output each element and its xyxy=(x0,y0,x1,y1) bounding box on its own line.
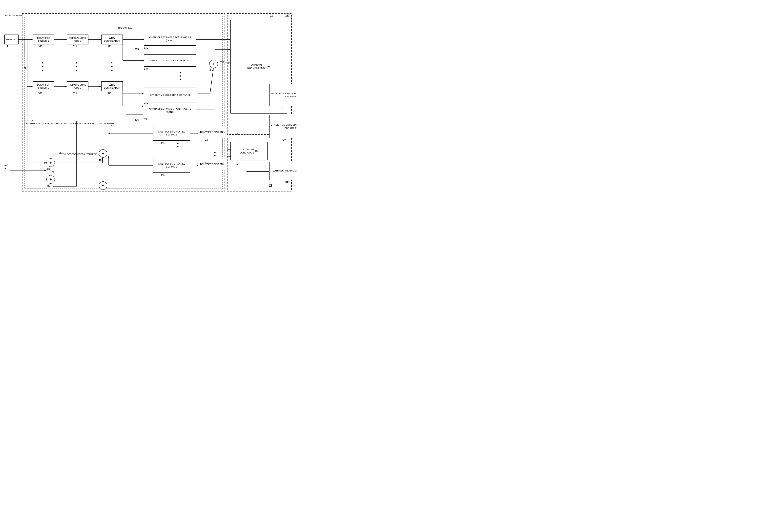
svg-marker-111 xyxy=(31,120,33,122)
svg-marker-12 xyxy=(65,39,67,40)
ref-22: 22 xyxy=(270,14,273,17)
wht-despreader-top-ref: 322 xyxy=(107,45,112,48)
svg-marker-94 xyxy=(246,171,248,172)
memory-ref: 11 xyxy=(5,45,8,48)
svg-marker-46 xyxy=(229,49,231,50)
space-time-encoding-ref: 342 xyxy=(282,139,286,142)
space-time-decoder-path1-box: SPACE-TIME DECODER FOR PATH 1 xyxy=(144,54,197,67)
svg-marker-7 xyxy=(31,39,33,40)
antenna-input-label: ANTENNA INPUT xyxy=(4,14,22,17)
channel-est-fingerL-box: CHANNEL ESTIMATES FOR FINGER L (CONJ.) xyxy=(144,104,197,117)
svg-marker-16 xyxy=(142,39,144,40)
svg-marker-100 xyxy=(237,164,238,166)
multiply-channel-est-bot-ref: 348 xyxy=(160,173,165,176)
svg-marker-97 xyxy=(237,133,238,134)
remove-long-code-top-box: REMOVE LONG CODE xyxy=(67,35,88,44)
svg-point-53 xyxy=(76,66,77,67)
delay-fingerL-top-ref: 320 xyxy=(38,92,42,95)
svg-point-49 xyxy=(42,62,43,64)
sum-circle-349: + xyxy=(99,181,107,190)
delay-fingerL-bot-ref: 346 xyxy=(204,162,208,164)
data-decisions-ref: 23 xyxy=(282,107,284,110)
delay-fingerL-top-box: DELAY FOR FINGER L xyxy=(33,81,54,91)
total-regen-label: TOTAL REGENERATED INTERFERENCE xyxy=(59,153,101,156)
ref-352b: 352 xyxy=(99,158,103,161)
delay-fingerL-bot-box: DELAY FOR FINGER L xyxy=(198,158,227,170)
diagram-container: ANTENNA INPUT MEMORY 11 21 DELAY FOR FIN… xyxy=(0,0,297,205)
svg-point-50 xyxy=(42,66,43,67)
svg-point-54 xyxy=(76,70,77,71)
svg-marker-80 xyxy=(108,133,110,134)
wht-respread-ref: 343 xyxy=(285,181,290,184)
ref-21: 21 xyxy=(23,67,26,69)
memory-box: MEMORY xyxy=(4,35,19,44)
svg-point-56 xyxy=(111,66,113,67)
add-back-label: ADD BACK INTERFERENCE FOR CURRENT FINGER… xyxy=(26,122,115,125)
wht-despreader-bot-ref: 322 xyxy=(107,92,112,95)
svg-marker-42 xyxy=(229,39,231,40)
minus-sign: – xyxy=(44,176,46,181)
ref-352a: 352 xyxy=(46,184,51,187)
svg-point-55 xyxy=(111,62,113,64)
remove-long-code-bot-ref: 321 xyxy=(73,92,77,95)
remove-long-code-top-ref: 321 xyxy=(73,45,77,48)
svg-marker-14 xyxy=(99,39,101,40)
n-channels-label: N CHANNELS xyxy=(118,27,132,30)
svg-point-57 xyxy=(111,70,113,71)
delay-finger1-bot-ref: 346 xyxy=(204,139,208,142)
space-time-decoder-pathL-box: SPACE-TIME DECODER FOR PATH L xyxy=(144,88,197,102)
svg-marker-34 xyxy=(142,105,144,107)
multiply-long-code-box: MULTIPLY BYLONG CODE344 xyxy=(231,142,268,160)
svg-point-60 xyxy=(180,79,181,80)
ref-350: 350 xyxy=(46,168,51,170)
user-m-label: USER m xyxy=(218,61,227,64)
multiply-channel-est-bot-box: MULTIPLY BY CHANNEL ESTIMATE xyxy=(153,158,190,173)
svg-marker-38 xyxy=(99,86,101,87)
ref-25: 25 xyxy=(4,168,7,171)
multiply-channel-est-top-box: MULTIPLY BY CHANNEL ESTIMATE xyxy=(153,126,190,141)
svg-marker-25 xyxy=(229,62,231,64)
sum-circle-352a: + xyxy=(46,175,55,184)
ref-230: 230 xyxy=(285,14,290,17)
svg-marker-69 xyxy=(44,170,46,171)
r-n-label: r(n) xyxy=(4,164,8,167)
svg-marker-19 xyxy=(142,60,144,61)
channel-est-finger1-ref: 330 xyxy=(144,46,148,49)
ref-375b: 375 xyxy=(135,118,139,121)
space-time-encoding-box: SPACE-TIME ENCODING FOR HSDPA, NONE FOR … xyxy=(269,115,297,138)
delay-finger1-top-ref: 320 xyxy=(38,45,42,48)
svg-marker-71 xyxy=(52,171,54,173)
ref-334: 334 xyxy=(210,69,214,72)
ref-375a: 375 xyxy=(135,48,139,51)
svg-marker-10 xyxy=(31,86,33,87)
channel-est-fingerL-ref: 330 xyxy=(144,118,148,121)
svg-point-66 xyxy=(177,146,178,147)
wht-despreader-bot-box: WHT/ DESPREADER xyxy=(101,81,123,91)
svg-point-62 xyxy=(215,155,216,156)
svg-point-59 xyxy=(180,76,181,77)
svg-point-58 xyxy=(180,72,181,74)
remove-long-code-bot-box: REMOVE LONG CODE xyxy=(67,81,88,91)
delay-finger1-top-box: DELAY FOR FINGER 1 xyxy=(33,35,54,44)
svg-marker-85 xyxy=(108,156,109,158)
svg-point-65 xyxy=(177,143,178,144)
svg-point-51 xyxy=(42,70,43,71)
data-decisions-box: DATA DECISIONS: HARD FOR HSDPA, NONE FOR… xyxy=(269,84,297,106)
multiply-channel-est-top-ref: 348 xyxy=(160,141,165,144)
wht-respread-box: WHT/RESPREAD DATA WITH ESTIMATES xyxy=(269,162,297,180)
svg-marker-36 xyxy=(65,86,67,87)
wht-despreader-top-box: WHT/ DESPREADER xyxy=(101,35,123,44)
delay-finger1-bot-box: DELAY FOR FINGER 1 xyxy=(198,126,227,138)
svg-point-52 xyxy=(76,62,77,64)
space-time-decoder-path1-ref: 337 xyxy=(144,67,148,70)
ref-24: 24 xyxy=(269,184,272,187)
sum-circle-352b: + xyxy=(99,149,107,158)
svg-marker-74 xyxy=(44,162,46,164)
sum-circle-334: + xyxy=(210,60,218,68)
svg-point-61 xyxy=(215,152,216,153)
channel-est-finger1-box: CHANNEL ESTIMATES FOR FINGER 1 (CONJ.) xyxy=(144,32,197,46)
sum-circle-350: + xyxy=(46,158,55,167)
svg-marker-31 xyxy=(142,93,144,95)
